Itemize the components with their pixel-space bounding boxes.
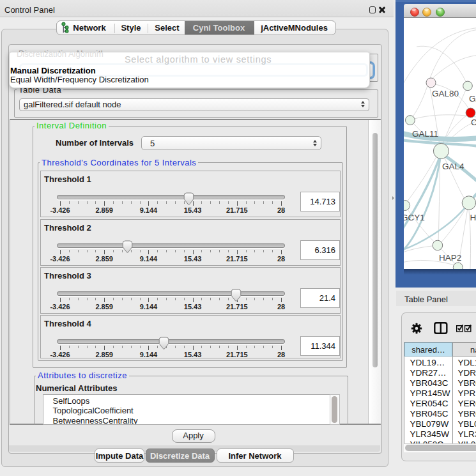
svg-text:GCY1: GCY1 [404, 213, 425, 222]
svg-text:HAP2: HAP2 [439, 253, 461, 263]
svg-text:H: H [470, 213, 476, 222]
svg-text:C: C [471, 118, 476, 127]
svg-text:GAL80: GAL80 [432, 89, 459, 98]
svg-text:GAL4: GAL4 [442, 162, 464, 171]
svg-text:GA: GA [469, 94, 476, 104]
svg-text:GAL11: GAL11 [412, 129, 438, 139]
